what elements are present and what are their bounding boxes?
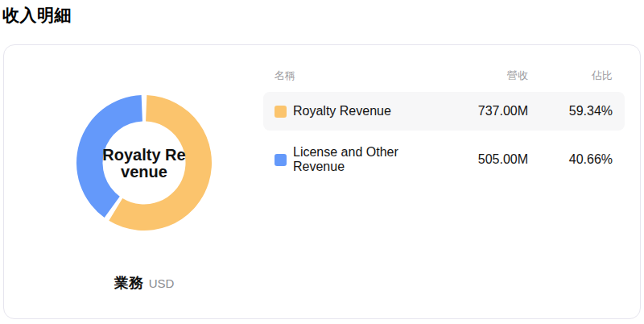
table-header-row: 名稱 營收 佔比 xyxy=(263,68,625,84)
row-revenue-value: 505.00M xyxy=(431,152,528,167)
row-percent-value: 59.34% xyxy=(528,104,613,118)
row-name-cell: Royalty Revenue xyxy=(275,104,431,118)
col-header-percent: 佔比 xyxy=(528,69,613,83)
row-label: Royalty Revenue xyxy=(293,104,391,118)
dimension-label: 業務 xyxy=(114,273,143,293)
chart-caption: 業務 USD xyxy=(114,273,175,293)
legend-swatch-royalty-revenue xyxy=(275,106,287,118)
col-header-name: 名稱 xyxy=(275,69,431,83)
revenue-breakdown-card: Royalty Revenue 業務 USD 名稱 營收 佔比 Royalty … xyxy=(3,44,641,319)
legend-swatch-license-and-other-revenue xyxy=(275,154,287,166)
donut-center-label: Royalty Revenue xyxy=(100,147,188,181)
revenue-table: 名稱 營收 佔比 Royalty Revenue 737.00M 59.34% … xyxy=(263,68,625,179)
table-row-license-and-other-revenue[interactable]: License and Other Revenue 505.00M 40.66% xyxy=(263,140,625,179)
row-name-cell: License and Other Revenue xyxy=(275,145,431,174)
row-revenue-value: 737.00M xyxy=(431,104,528,118)
row-label: License and Other Revenue xyxy=(293,145,431,174)
table-row-royalty-revenue[interactable]: Royalty Revenue 737.00M 59.34% xyxy=(263,92,625,131)
row-percent-value: 40.66% xyxy=(528,152,613,167)
donut-chart-area: Royalty Revenue 業務 USD xyxy=(4,45,262,320)
page-title: 收入明細 xyxy=(2,4,72,27)
currency-unit-label: USD xyxy=(149,276,175,290)
col-header-revenue: 營收 xyxy=(431,69,528,83)
